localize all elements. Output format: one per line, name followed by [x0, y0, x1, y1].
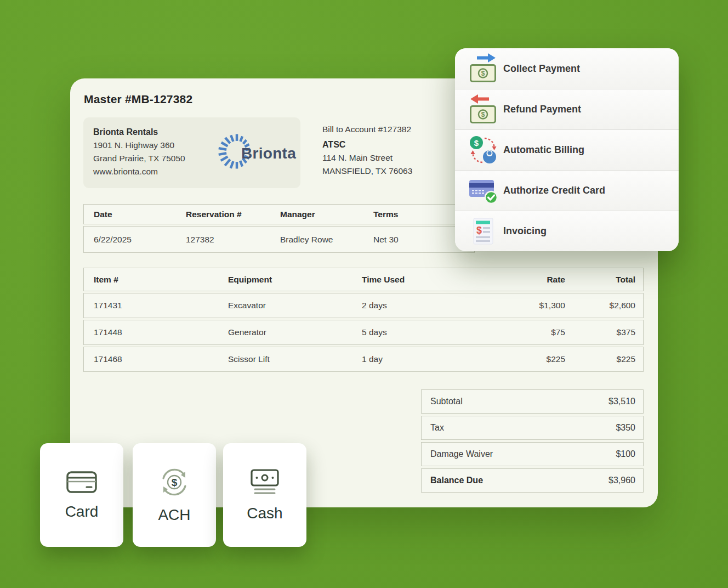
menu-item-authorize-credit-card[interactable]: Authorize Credit Card — [455, 170, 679, 211]
cell-total: $375 — [572, 327, 643, 337]
svg-text:$: $ — [476, 225, 482, 236]
card-payment-button[interactable]: Card — [40, 443, 123, 547]
vendor-address: Brionta Rentals 1901 N. Highway 360 Gran… — [93, 126, 185, 178]
header-item: Item # — [84, 275, 228, 285]
menu-item-automatic-billing[interactable]: $ Automatic Billing — [455, 129, 679, 170]
vendor-name: Brionta Rentals — [93, 126, 185, 139]
cell-reservation: 127382 — [186, 235, 280, 245]
bill-to-account: Bill to Account #127382 — [322, 125, 412, 134]
summary-label: Tax — [430, 423, 444, 433]
summary-label: Damage Waiver — [430, 449, 493, 459]
payment-actions-menu: $ Collect Payment $ Ref — [455, 48, 679, 251]
cell-rate: $75 — [501, 327, 572, 337]
summary-row-tax: Tax $350 — [421, 416, 644, 440]
menu-item-label: Refund Payment — [503, 104, 581, 115]
cell-time-used: 2 days — [362, 301, 501, 310]
vendor-address-block: Brionta Rentals 1901 N. Highway 360 Gran… — [83, 117, 300, 188]
header-manager: Manager — [280, 210, 373, 219]
header-reservation: Reservation # — [186, 210, 280, 219]
brionta-wordmark: Brionta — [241, 145, 296, 162]
cell-manager: Bradley Rowe — [280, 235, 373, 245]
ach-payment-button[interactable]: $ ACH — [133, 443, 216, 547]
table-row: 171431 Excavator 2 days $1,300 $2,600 — [83, 293, 644, 318]
line-items-header: Item # Equipment Time Used Rate Total — [83, 268, 644, 291]
bill-to-address-line2: MANSFIELD, TX 76063 — [322, 165, 412, 178]
svg-text:$: $ — [172, 476, 178, 488]
automatic-billing-icon: $ — [469, 135, 498, 165]
cash-icon — [249, 468, 281, 496]
cell-total: $2,600 — [572, 301, 643, 310]
summary-value: $100 — [616, 449, 635, 459]
svg-text:$: $ — [474, 138, 479, 147]
totals-summary: Subtotal $3,510 Tax $350 Damage Waiver $… — [421, 389, 644, 495]
cell-equipment: Generator — [228, 327, 362, 337]
summary-row-balance-due: Balance Due $3,960 — [421, 468, 644, 493]
bill-to-address-line1: 114 N. Main Street — [322, 151, 412, 165]
summary-label: Subtotal — [430, 397, 463, 406]
authorize-credit-card-icon — [468, 177, 499, 205]
collect-payment-icon: $ — [469, 53, 498, 84]
reservation-info-row: 6/22/2025 127382 Bradley Rowe Net 30 — [83, 226, 475, 253]
menu-item-invoicing[interactable]: $ Invoicing — [455, 211, 679, 251]
credit-card-icon — [66, 470, 98, 494]
cell-rate: $1,300 — [501, 301, 572, 310]
menu-item-label: Collect Payment — [503, 63, 580, 75]
bill-to-block: Bill to Account #127382 ATSC 114 N. Main… — [322, 125, 412, 178]
header-total: Total — [572, 275, 643, 285]
cash-payment-button[interactable]: Cash — [223, 443, 306, 547]
pay-button-label: Card — [65, 503, 99, 521]
ach-transfer-icon: $ — [159, 467, 190, 497]
summary-value: $3,960 — [608, 476, 635, 485]
table-row: 171468 Scissor Lift 1 day $225 $225 — [83, 347, 644, 372]
cell-equipment: Scissor Lift — [228, 354, 362, 364]
cell-item-number: 171468 — [84, 354, 228, 364]
svg-text:$: $ — [481, 70, 485, 77]
cell-rate: $225 — [501, 354, 572, 364]
refund-payment-icon: $ — [469, 94, 498, 125]
menu-item-label: Invoicing — [503, 225, 547, 237]
pay-button-label: ACH — [158, 506, 190, 524]
reservation-info-header: Date Reservation # Manager Terms — [83, 204, 475, 224]
header-rate: Rate — [501, 275, 572, 285]
summary-row-damage-waiver: Damage Waiver $100 — [421, 442, 644, 466]
table-row: 171448 Generator 5 days $75 $375 — [83, 320, 644, 345]
svg-text:$: $ — [481, 111, 485, 118]
page-title: Master #MB-127382 — [84, 93, 192, 106]
summary-value: $3,510 — [608, 397, 635, 406]
brionta-logo: Brionta — [217, 129, 299, 178]
pay-button-label: Cash — [247, 505, 282, 522]
menu-item-refund-payment[interactable]: $ Refund Payment — [455, 89, 679, 129]
vendor-address-line2: Grand Prairie, TX 75050 — [93, 152, 185, 165]
cell-item-number: 171431 — [84, 301, 228, 310]
cell-time-used: 1 day — [362, 354, 501, 364]
bill-to-name: ATSC — [322, 140, 412, 150]
cell-item-number: 171448 — [84, 327, 228, 337]
invoicing-icon: $ — [472, 217, 495, 246]
header-date: Date — [84, 210, 186, 219]
screenshot-stage: Master #MB-127382 Brionta Rentals 1901 N… — [0, 0, 728, 588]
menu-item-label: Authorize Credit Card — [503, 185, 605, 196]
menu-item-collect-payment[interactable]: $ Collect Payment — [455, 48, 679, 89]
summary-value: $350 — [616, 423, 635, 433]
summary-label: Balance Due — [430, 476, 483, 485]
summary-row-subtotal: Subtotal $3,510 — [421, 389, 644, 414]
reservation-info-table: Date Reservation # Manager Terms 6/22/20… — [83, 204, 475, 253]
cell-equipment: Excavator — [228, 301, 362, 310]
vendor-address-line1: 1901 N. Highway 360 — [93, 139, 185, 152]
header-time-used: Time Used — [362, 275, 501, 285]
vendor-website: www.brionta.com — [93, 165, 185, 178]
line-items-table: Item # Equipment Time Used Rate Total 17… — [83, 268, 644, 372]
cell-date: 6/22/2025 — [84, 235, 186, 245]
menu-item-label: Automatic Billing — [503, 144, 584, 156]
header-equipment: Equipment — [228, 275, 362, 285]
cell-total: $225 — [572, 354, 643, 364]
cell-time-used: 5 days — [362, 327, 501, 337]
